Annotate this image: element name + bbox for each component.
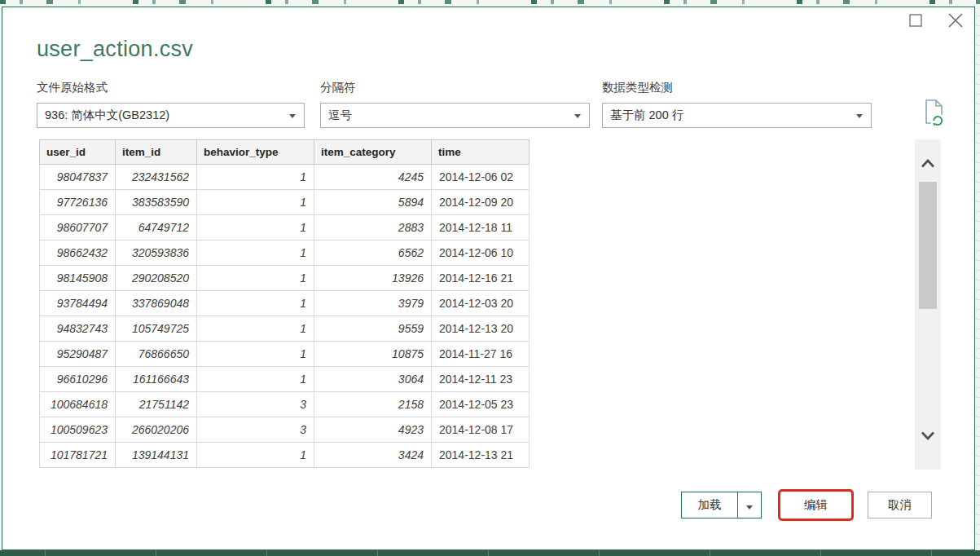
table-row: 97726136383583590158942014-12-09 20 [40, 190, 530, 215]
cell-numeric: 1 [197, 165, 314, 190]
load-button[interactable]: 加载 [681, 492, 738, 518]
cell-numeric: 1 [197, 291, 314, 316]
table-row: 94832743105749725195592014-12-13 20 [40, 316, 530, 342]
cell-numeric: 266020206 [116, 417, 197, 443]
cell-numeric: 100684618 [40, 392, 116, 417]
type-detection-value: 基于前 200 行 [610, 108, 683, 121]
cell-time: 2014-12-09 20 [432, 190, 530, 215]
cell-time: 2014-11-27 16 [432, 342, 530, 367]
table-row: 96610296161166643130642014-12-11 23 [40, 367, 530, 392]
maximize-icon [907, 11, 925, 29]
cell-numeric: 98662432 [40, 240, 116, 266]
file-origin-field: 文件原始格式 936: 简体中文(GB2312) [37, 80, 305, 128]
cell-numeric: 3979 [314, 291, 432, 316]
cell-numeric: 3 [197, 392, 314, 417]
cell-numeric: 1 [197, 316, 314, 342]
chevron-up-icon[interactable] [921, 159, 935, 168]
table-row: 9860770764749712128832014-12-18 11 [40, 215, 530, 240]
excel-worksheet-edge [976, 7, 980, 550]
table-row: 98047837232431562142452014-12-06 02 [40, 165, 530, 190]
cell-numeric: 1 [197, 266, 314, 291]
file-origin-select[interactable]: 936: 简体中文(GB2312) [37, 103, 305, 128]
cancel-button[interactable]: 取消 [868, 492, 932, 518]
cell-numeric: 21751142 [116, 392, 197, 417]
close-button[interactable] [946, 11, 965, 30]
table-row: 93784494337869048139792014-12-03 20 [40, 291, 530, 316]
screen: user_action.csv 文件原始格式 936: 简体中文(GB2312)… [0, 0, 980, 556]
type-detection-select[interactable]: 基于前 200 行 [602, 103, 872, 128]
cell-numeric: 95290487 [40, 342, 116, 367]
cell-numeric: 3 [197, 417, 314, 443]
cell-time: 2014-12-05 23 [432, 392, 530, 417]
cell-numeric: 383583590 [116, 190, 197, 215]
cell-numeric: 64749712 [116, 215, 197, 240]
cell-numeric: 139144131 [116, 443, 197, 468]
load-dropdown-button[interactable] [737, 492, 762, 518]
cell-numeric: 1 [197, 367, 314, 392]
preview-table-head-row: user_iditem_idbehavior_typeitem_category… [40, 140, 530, 165]
cell-numeric: 1 [197, 190, 314, 215]
table-row: 10068461821751142321582014-12-05 23 [40, 392, 530, 417]
delimiter-select[interactable]: 逗号 [320, 103, 590, 128]
cell-numeric: 9559 [314, 316, 432, 342]
chevron-down-icon [856, 114, 863, 118]
cell-numeric: 4245 [314, 165, 432, 190]
cell-numeric: 100509623 [40, 417, 116, 443]
column-header-user_id: user_id [40, 140, 116, 165]
table-row: 981459082902085201139262014-12-16 21 [40, 266, 530, 291]
cell-numeric: 320593836 [116, 240, 197, 266]
column-header-behavior_type: behavior_type [197, 140, 314, 165]
table-row: 101781721139144131134242014-12-13 21 [40, 443, 530, 468]
file-origin-label: 文件原始格式 [37, 80, 305, 95]
cell-numeric: 98607707 [40, 215, 116, 240]
cell-numeric: 94832743 [40, 316, 116, 342]
dialog-title: user_action.csv [37, 37, 193, 62]
cell-numeric: 337869048 [116, 291, 197, 316]
cell-numeric: 93784494 [40, 291, 116, 316]
cell-numeric: 2883 [314, 215, 432, 240]
delimiter-value: 逗号 [328, 108, 352, 121]
table-row: 98662432320593836165622014-12-06 10 [40, 240, 530, 266]
cell-numeric: 76866650 [116, 342, 197, 367]
cell-numeric: 10875 [314, 342, 432, 367]
cell-time: 2014-12-13 20 [432, 316, 530, 342]
data-preview-pane: user_iditem_idbehavior_typeitem_category… [39, 139, 943, 470]
excel-status-bar-edge [0, 550, 980, 556]
delimiter-label: 分隔符 [320, 80, 590, 95]
maximize-button[interactable] [907, 11, 925, 29]
vertical-scrollbar[interactable] [915, 139, 941, 470]
cell-time: 2014-12-18 11 [432, 215, 530, 240]
cell-numeric: 1 [197, 215, 314, 240]
chevron-down-icon [289, 114, 296, 118]
cell-numeric: 3424 [314, 443, 432, 468]
cell-numeric: 4923 [314, 417, 432, 443]
cell-time: 2014-12-08 17 [432, 417, 530, 443]
excel-ribbon-edge [0, 0, 980, 7]
type-detection-label: 数据类型检测 [602, 80, 872, 95]
cell-numeric: 97726136 [40, 190, 116, 215]
cell-time: 2014-12-06 10 [432, 240, 530, 266]
refresh-preview-button[interactable] [920, 98, 947, 129]
cell-numeric: 98145908 [40, 266, 116, 291]
cell-time: 2014-12-16 21 [432, 266, 530, 291]
chevron-down-icon[interactable] [921, 431, 935, 440]
preview-table-body: 98047837232431562142452014-12-06 0297726… [40, 165, 530, 468]
cell-numeric: 98047837 [40, 165, 116, 190]
cell-numeric: 5894 [314, 190, 432, 215]
cell-numeric: 1 [197, 342, 314, 367]
chevron-down-icon [574, 114, 581, 118]
cell-numeric: 6562 [314, 240, 432, 266]
close-icon [946, 11, 965, 30]
cell-numeric: 1 [197, 240, 314, 266]
cell-numeric: 232431562 [116, 165, 197, 190]
cell-time: 2014-12-13 21 [432, 443, 530, 468]
cell-time: 2014-12-03 20 [432, 291, 530, 316]
column-header-item_category: item_category [314, 140, 432, 165]
scrollbar-thumb[interactable] [919, 182, 937, 309]
cell-numeric: 2158 [314, 392, 432, 417]
cell-numeric: 290208520 [116, 266, 197, 291]
type-detection-field: 数据类型检测 基于前 200 行 [602, 80, 872, 128]
cell-time: 2014-12-11 23 [432, 367, 530, 392]
cell-numeric: 105749725 [116, 316, 197, 342]
edit-button[interactable]: 编辑 [778, 489, 854, 521]
